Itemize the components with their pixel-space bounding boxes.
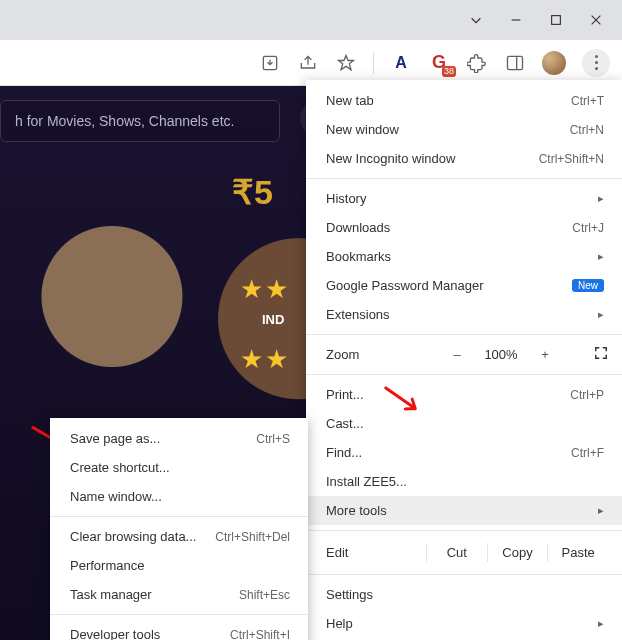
rating-stars: ★★	[240, 344, 290, 375]
edit-label: Edit	[326, 545, 426, 560]
side-panel-icon[interactable]	[504, 52, 526, 74]
submenu-name-window[interactable]: Name window...	[50, 482, 308, 511]
menu-bookmarks[interactable]: Bookmarks	[306, 242, 622, 271]
new-badge: New	[572, 279, 604, 292]
submenu-create-shortcut[interactable]: Create shortcut...	[50, 453, 308, 482]
zoom-in-button[interactable]: +	[534, 347, 556, 362]
ind-label: IND	[262, 312, 284, 327]
menu-separator	[50, 614, 308, 615]
edit-copy[interactable]: Copy	[487, 543, 548, 562]
menu-incognito[interactable]: New Incognito windowCtrl+Shift+N	[306, 144, 622, 173]
menu-cast[interactable]: Cast...	[306, 409, 622, 438]
menu-password-manager[interactable]: Google Password ManagerNew	[306, 271, 622, 300]
menu-print[interactable]: Print...Ctrl+P	[306, 380, 622, 409]
search-input[interactable]: h for Movies, Shows, Channels etc.	[0, 100, 280, 142]
menu-find[interactable]: Find...Ctrl+F	[306, 438, 622, 467]
menu-more-tools[interactable]: More tools	[306, 496, 622, 525]
submenu-clear-data[interactable]: Clear browsing data...Ctrl+Shift+Del	[50, 522, 308, 551]
extension-badge: 38	[442, 66, 456, 77]
menu-install-app[interactable]: Install ZEE5...	[306, 467, 622, 496]
window-maximize-button[interactable]	[548, 12, 564, 28]
submenu-task-manager[interactable]: Task managerShift+Esc	[50, 580, 308, 609]
fullscreen-button[interactable]	[594, 346, 608, 363]
menu-settings[interactable]: Settings	[306, 580, 622, 609]
zoom-value: 100%	[478, 347, 524, 362]
extensions-puzzle-icon[interactable]	[466, 52, 488, 74]
menu-separator	[306, 374, 622, 375]
toolbar-divider	[373, 52, 374, 74]
menu-history[interactable]: History	[306, 184, 622, 213]
bookmark-star-icon[interactable]	[335, 52, 357, 74]
submenu-performance[interactable]: Performance	[50, 551, 308, 580]
menu-downloads[interactable]: DownloadsCtrl+J	[306, 213, 622, 242]
menu-separator	[306, 178, 622, 179]
share-icon[interactable]	[297, 52, 319, 74]
search-placeholder: h for Movies, Shows, Channels etc.	[15, 113, 234, 129]
menu-separator	[306, 334, 622, 335]
window-close-button[interactable]	[588, 12, 604, 28]
tab-dropdown-icon[interactable]	[468, 12, 484, 28]
svg-rect-2	[508, 56, 523, 69]
zoom-label: Zoom	[326, 347, 436, 362]
submenu-save-page[interactable]: Save page as...Ctrl+S	[50, 424, 308, 453]
install-app-icon[interactable]	[259, 52, 281, 74]
profile-avatar[interactable]	[542, 51, 566, 75]
menu-extensions[interactable]: Extensions	[306, 300, 622, 329]
price-label: ₹5	[232, 172, 273, 212]
window-minimize-button[interactable]	[508, 12, 524, 28]
menu-separator	[306, 574, 622, 575]
edit-cut[interactable]: Cut	[426, 543, 487, 562]
menu-edit-row: Edit Cut Copy Paste	[306, 536, 622, 569]
extension-a-icon[interactable]: A	[390, 52, 412, 74]
rating-stars: ★★	[240, 274, 290, 305]
chrome-menu-button[interactable]	[582, 49, 610, 77]
menu-separator	[306, 530, 622, 531]
edit-paste[interactable]: Paste	[547, 543, 608, 562]
submenu-developer-tools[interactable]: Developer toolsCtrl+Shift+I	[50, 620, 308, 640]
menu-new-window[interactable]: New windowCtrl+N	[306, 115, 622, 144]
menu-separator	[50, 516, 308, 517]
menu-help[interactable]: Help	[306, 609, 622, 638]
window-titlebar	[0, 0, 622, 40]
menu-zoom-row: Zoom – 100% +	[306, 340, 622, 369]
more-tools-submenu: Save page as...Ctrl+S Create shortcut...…	[50, 418, 308, 640]
svg-rect-0	[552, 16, 561, 25]
zoom-out-button[interactable]: –	[446, 347, 468, 362]
extension-g-icon[interactable]: G38	[428, 52, 450, 74]
chrome-main-menu: New tabCtrl+T New windowCtrl+N New Incog…	[306, 80, 622, 640]
menu-new-tab[interactable]: New tabCtrl+T	[306, 86, 622, 115]
